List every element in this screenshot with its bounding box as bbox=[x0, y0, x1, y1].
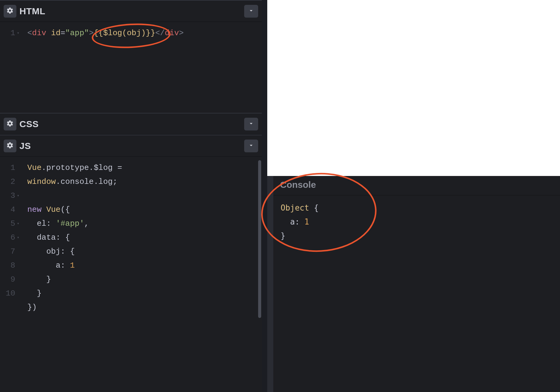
scrollbar-thumb[interactable] bbox=[258, 160, 261, 318]
gear-icon bbox=[6, 142, 14, 150]
line-number: 7 bbox=[0, 245, 15, 259]
css-panel-title: CSS bbox=[19, 119, 39, 129]
gear-icon bbox=[6, 120, 14, 128]
template-expression: {{$log(obj)}} bbox=[94, 29, 155, 38]
js-settings-button[interactable] bbox=[4, 140, 16, 152]
editor-column: HTML 1 <div id="app">{{$log(obj)}}</div> bbox=[0, 0, 267, 392]
css-collapse-button[interactable] bbox=[244, 118, 258, 130]
console-panel: Console Object { a: 1 } bbox=[267, 176, 560, 392]
html-settings-button[interactable] bbox=[4, 5, 16, 18]
line-number: 3 bbox=[0, 189, 15, 203]
app-root: HTML 1 <div id="app">{{$log(obj)}}</div> bbox=[0, 0, 560, 392]
gear-icon bbox=[6, 7, 14, 15]
css-settings-button[interactable] bbox=[4, 118, 16, 130]
line-number: 1 bbox=[0, 161, 15, 175]
line-number: 1 bbox=[0, 26, 15, 40]
html-collapse-button[interactable] bbox=[244, 5, 258, 18]
line-number: 5 bbox=[0, 217, 15, 231]
line-number: 10 bbox=[0, 286, 15, 300]
js-collapse-button[interactable] bbox=[244, 140, 258, 152]
html-code[interactable]: <div id="app">{{$log(obj)}}</div> bbox=[19, 22, 184, 113]
js-gutter: 1 2 3 4 5 6 7 8 9 10 bbox=[0, 157, 19, 392]
html-panel-title: HTML bbox=[19, 6, 45, 16]
html-panel-header: HTML bbox=[0, 0, 262, 22]
chevron-down-icon bbox=[248, 120, 254, 128]
console-output[interactable]: Object { a: 1 } bbox=[273, 195, 560, 248]
line-number: 2 bbox=[0, 175, 15, 189]
js-code[interactable]: Vue.prototype.$log = window.console.log;… bbox=[19, 157, 127, 392]
html-editor[interactable]: 1 <div id="app">{{$log(obj)}}</div> bbox=[0, 22, 262, 113]
console-title: Console bbox=[273, 176, 560, 195]
css-panel-header: CSS bbox=[0, 113, 262, 135]
preview-pane[interactable] bbox=[267, 0, 560, 176]
line-number: 9 bbox=[0, 272, 15, 286]
js-panel-title: JS bbox=[19, 141, 31, 151]
html-gutter: 1 bbox=[0, 22, 19, 113]
output-column: Console Object { a: 1 } bbox=[267, 0, 560, 392]
chevron-down-icon bbox=[248, 142, 254, 150]
line-number: 6 bbox=[0, 231, 15, 245]
js-editor[interactable]: 1 2 3 4 5 6 7 8 9 10 Vue.prototype.$log … bbox=[0, 157, 262, 392]
chevron-down-icon bbox=[248, 7, 254, 15]
js-panel-header: JS bbox=[0, 135, 262, 157]
line-number: 4 bbox=[0, 203, 15, 217]
line-number: 8 bbox=[0, 259, 15, 272]
